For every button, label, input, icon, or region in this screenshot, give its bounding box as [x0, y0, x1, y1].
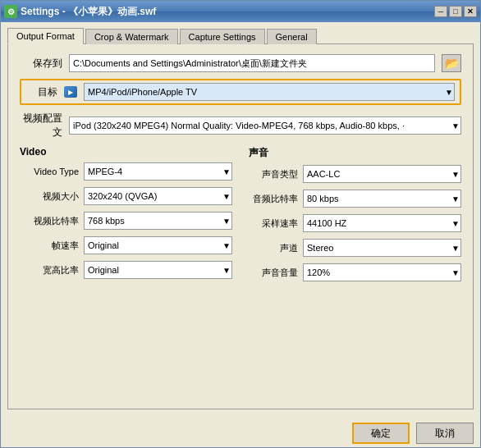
audio-type-select-wrapper: AAC-LC ▼ [303, 165, 461, 183]
audio-bitrate-row: 音频比特率 80 kbps ▼ [249, 190, 461, 208]
titlebar-buttons: ─ □ ✕ [434, 6, 477, 17]
video-bitrate-select[interactable]: 768 kbps [84, 212, 232, 230]
target-row: 目标 ▶ MP4/iPod/iPhone/Apple TV ▼ [20, 79, 461, 105]
cancel-button[interactable]: 取消 [416, 423, 474, 444]
target-icon: ▶ [64, 86, 77, 98]
video-size-select[interactable]: 320x240 (QVGA) [84, 187, 232, 205]
browse-button[interactable]: 📂 [442, 54, 461, 72]
audio-section-title: 声音 [249, 146, 461, 160]
settings-columns: Video Video Type MPEG-4 ▼ 视频大小 [20, 146, 461, 400]
aspect-ratio-row: 宽高比率 Original ▼ [20, 261, 232, 279]
audio-bitrate-select[interactable]: 80 kbps [303, 190, 461, 208]
framerate-label: 帧速率 [20, 240, 79, 252]
save-to-row: 保存到 📂 [20, 54, 461, 72]
video-type-label: Video Type [20, 167, 79, 176]
channel-row: 声道 Stereo ▼ [249, 239, 461, 257]
framerate-select-wrapper: Original ▼ [84, 236, 232, 254]
framerate-row: 帧速率 Original ▼ [20, 236, 232, 254]
aspect-ratio-select-wrapper: Original ▼ [84, 261, 232, 279]
volume-select-wrapper: 120% ▼ [303, 263, 461, 281]
audio-type-row: 声音类型 AAC-LC ▼ [249, 165, 461, 183]
audio-column: 声音 声音类型 AAC-LC ▼ 音频比特率 [249, 146, 461, 400]
tab-bar: Output Format Crop & Watermark Capture S… [7, 27, 474, 44]
sample-rate-row: 采样速率 44100 HZ ▼ [249, 214, 461, 232]
volume-row: 声音音量 120% ▼ [249, 263, 461, 281]
video-size-row: 视频大小 320x240 (QVGA) ▼ [20, 187, 232, 205]
aspect-ratio-select[interactable]: Original [84, 261, 232, 279]
audio-type-label: 声音类型 [249, 168, 298, 181]
target-select[interactable]: MP4/iPod/iPhone/Apple TV [84, 83, 455, 101]
folder-icon: 📂 [445, 57, 459, 70]
tab-content-area: 保存到 📂 目标 ▶ MP4/iPod/iPhone/Apple TV ▼ [7, 44, 474, 409]
tab-general[interactable]: General [267, 29, 317, 44]
video-size-select-wrapper: 320x240 (QVGA) ▼ [84, 187, 232, 205]
main-content: Output Format Crop & Watermark Capture S… [1, 22, 480, 416]
titlebar: ⚙ Settings - 《小苹果》动画.swf ─ □ ✕ [1, 1, 480, 22]
target-label: 目标 [26, 85, 57, 99]
video-type-select[interactable]: MPEG-4 [84, 162, 232, 181]
video-bitrate-row: 视频比特率 768 kbps ▼ [20, 212, 232, 230]
sample-rate-select[interactable]: 44100 HZ [303, 214, 461, 232]
maximize-button[interactable]: □ [449, 6, 462, 17]
profile-label: 视频配置文 [20, 112, 62, 139]
save-to-label: 保存到 [20, 57, 62, 71]
framerate-select[interactable]: Original [84, 236, 232, 254]
video-column: Video Video Type MPEG-4 ▼ 视频大小 [20, 146, 232, 400]
app-icon: ⚙ [4, 5, 17, 18]
tab-crop-watermark[interactable]: Crop & Watermark [85, 29, 178, 44]
video-section-title: Video [20, 146, 232, 158]
video-bitrate-label: 视频比特率 [20, 215, 79, 227]
audio-type-select[interactable]: AAC-LC [303, 165, 461, 183]
channel-select-wrapper: Stereo ▼ [303, 239, 461, 257]
channel-select[interactable]: Stereo [303, 239, 461, 257]
close-button[interactable]: ✕ [464, 6, 477, 17]
tab-output-format[interactable]: Output Format [7, 28, 84, 44]
sample-rate-select-wrapper: 44100 HZ ▼ [303, 214, 461, 232]
confirm-button[interactable]: 确定 [352, 423, 410, 444]
video-bitrate-select-wrapper: 768 kbps ▼ [84, 212, 232, 230]
volume-select[interactable]: 120% [303, 263, 461, 281]
video-type-select-wrapper: MPEG-4 ▼ [84, 162, 232, 181]
sample-rate-label: 采样速率 [249, 217, 298, 230]
footer: 确定 取消 [1, 416, 480, 447]
target-select-wrapper: MP4/iPod/iPhone/Apple TV ▼ [84, 83, 455, 101]
audio-bitrate-select-wrapper: 80 kbps ▼ [303, 190, 461, 208]
minimize-button[interactable]: ─ [434, 6, 447, 17]
channel-label: 声道 [249, 242, 298, 254]
window-title: Settings - 《小苹果》动画.swf [21, 5, 434, 19]
profile-select[interactable]: iPod (320x240 MPEG4) Normal Quality: Vid… [69, 117, 461, 135]
aspect-ratio-label: 宽高比率 [20, 264, 79, 277]
audio-bitrate-label: 音频比特率 [249, 193, 298, 205]
profile-select-wrapper: iPod (320x240 MPEG4) Normal Quality: Vid… [69, 117, 461, 135]
video-type-row: Video Type MPEG-4 ▼ [20, 162, 232, 181]
profile-row: 视频配置文 iPod (320x240 MPEG4) Normal Qualit… [20, 112, 461, 139]
video-size-label: 视频大小 [20, 190, 79, 203]
volume-label: 声音音量 [249, 267, 298, 279]
tab-capture-settings[interactable]: Capture Settings [180, 29, 265, 44]
settings-window: ⚙ Settings - 《小苹果》动画.swf ─ □ ✕ Output Fo… [0, 0, 481, 448]
save-path-input[interactable] [69, 54, 435, 72]
